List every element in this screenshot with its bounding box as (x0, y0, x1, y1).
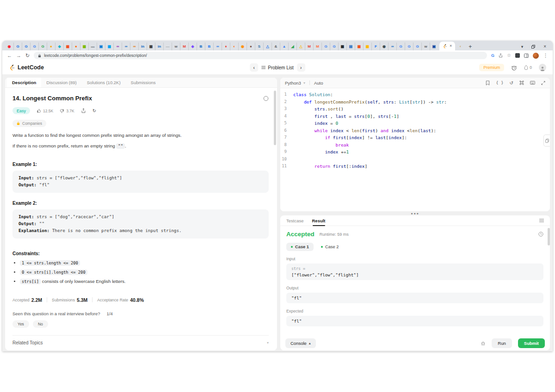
browser-tab[interactable]: in (138, 43, 147, 50)
console-toggle-button[interactable]: Console ▴ (285, 338, 316, 348)
survey-yes-button[interactable]: Yes (12, 320, 29, 328)
browser-tab[interactable]: ∞ (122, 43, 130, 50)
browser-tab[interactable]: ◐ (230, 43, 238, 50)
browser-tab[interactable]: M (313, 43, 321, 50)
tab-description[interactable]: Description (7, 78, 41, 87)
keyboard-icon[interactable] (530, 81, 535, 85)
back-icon[interactable]: ← (7, 53, 12, 58)
bookmark-icon[interactable] (486, 80, 490, 86)
result-scrollbar[interactable] (548, 228, 550, 245)
browser-tab[interactable]: ▣ (97, 43, 105, 50)
browser-tab[interactable]: G (22, 43, 30, 50)
partial-tab[interactable]: ‹ (456, 43, 464, 50)
reload-icon[interactable]: ↻ (25, 53, 30, 58)
streak-counter[interactable]: 0 (524, 65, 532, 70)
browser-tab[interactable]: ◉ (380, 43, 388, 50)
panel-resize-handle[interactable]: ●●● (280, 211, 550, 215)
dislike-button[interactable]: 3.7K (60, 109, 74, 113)
browser-tab[interactable]: B (197, 43, 205, 50)
browser-tab[interactable]: w (421, 43, 430, 50)
premium-button[interactable]: Premium (479, 64, 504, 71)
extension-icon[interactable] (515, 53, 520, 58)
run-button[interactable]: Run (492, 338, 512, 348)
browser-tab[interactable]: ▬ (88, 43, 97, 50)
browser-tab[interactable]: G (13, 43, 22, 50)
browser-tab[interactable]: ∞ (130, 43, 138, 50)
new-tab-button[interactable]: + (466, 43, 474, 50)
tab-discussion-89[interactable]: Discussion (89) (41, 78, 81, 87)
browser-tab[interactable]: ◢ (288, 43, 296, 50)
language-selector[interactable]: Python3 ▾ (285, 80, 305, 86)
favorite-share-icon[interactable] (81, 108, 86, 113)
browser-tab[interactable]: ● (72, 43, 80, 50)
browser-tab[interactable]: G (30, 43, 38, 50)
browser-tab[interactable]: M (305, 43, 313, 50)
share-icon[interactable] (499, 53, 503, 58)
browser-tab[interactable]: △ (263, 43, 271, 50)
next-problem-button[interactable]: › (297, 63, 305, 72)
description-scrollbar[interactable] (274, 91, 276, 145)
browser-tab[interactable]: ▣ (430, 43, 438, 50)
autocomplete-toggle[interactable]: Auto (314, 80, 323, 86)
url-field[interactable]: leetcode.com/problems/longest-common-pre… (34, 52, 487, 59)
debug-icon[interactable] (481, 341, 486, 346)
side-panel-icon[interactable] (524, 54, 529, 58)
output-box[interactable]: "fl" (286, 293, 543, 303)
browser-menu-icon[interactable]: ⋮ (543, 53, 548, 58)
difficulty-badge[interactable]: Easy (12, 107, 30, 114)
restore-window-icon[interactable] (531, 45, 535, 49)
google-icon[interactable]: G (491, 53, 494, 58)
timer-icon[interactable] (511, 65, 517, 71)
reset-code-icon[interactable]: ↺ (510, 80, 513, 86)
browser-tab[interactable]: ▦ (105, 43, 113, 50)
browser-tab[interactable]: & (271, 43, 280, 50)
tab-testcase[interactable]: Testcase (286, 215, 304, 226)
bookmark-star-icon[interactable]: ☆ (507, 53, 511, 58)
case-chip[interactable]: Case 2 (316, 243, 343, 251)
browser-tab[interactable]: ◆ (55, 43, 63, 50)
browser-tab[interactable]: ▩ (147, 43, 155, 50)
copy-code-button[interactable] (543, 135, 550, 147)
browser-tab[interactable]: ▤ (346, 43, 355, 50)
active-browser-tab[interactable]: × (439, 42, 455, 50)
submit-button[interactable]: Submit (518, 338, 545, 348)
companies-tag[interactable]: Companies (12, 120, 46, 127)
browser-tab[interactable]: G (396, 43, 405, 50)
browser-tab[interactable]: S (255, 43, 263, 50)
forward-icon[interactable]: → (16, 53, 21, 58)
browser-tab[interactable]: ▦ (363, 43, 371, 50)
hint-icon[interactable] (263, 96, 269, 101)
case-chip[interactable]: Case 1 (286, 243, 314, 251)
browser-tab[interactable]: — (163, 43, 172, 50)
prev-problem-button[interactable]: ‹ (250, 63, 258, 72)
leetcode-logo[interactable]: LeetCode (9, 64, 44, 71)
close-tab-icon[interactable]: × (450, 44, 452, 48)
tab-submissions[interactable]: Submissions (126, 78, 161, 87)
format-code-icon[interactable]: { } (496, 80, 503, 85)
refresh-icon[interactable]: ↻ (92, 108, 96, 113)
browser-tab[interactable]: ◆ (188, 43, 197, 50)
browser-tab[interactable]: ∞ (213, 43, 222, 50)
browser-tab[interactable]: G (405, 43, 413, 50)
browser-tab[interactable]: ∞ (388, 43, 396, 50)
browser-profile-avatar[interactable] (533, 53, 539, 59)
browser-tab[interactable]: ● (47, 43, 55, 50)
browser-tab[interactable]: w (172, 43, 180, 50)
browser-tab[interactable]: ● (247, 43, 255, 50)
browser-tab[interactable]: ▦ (80, 43, 88, 50)
fullscreen-icon[interactable] (541, 81, 545, 85)
browser-tab[interactable]: ▦ (355, 43, 363, 50)
input-box[interactable]: strs = ["flower","flow","flight"] (286, 263, 543, 280)
survey-no-button[interactable]: No (33, 320, 48, 328)
user-avatar[interactable] (539, 64, 546, 71)
related-topics-toggle[interactable]: Related Topics ▾ (12, 335, 269, 345)
browser-tab[interactable]: F (371, 43, 380, 50)
console-menu-icon[interactable] (539, 219, 544, 222)
browser-tab[interactable]: G (413, 43, 421, 50)
browser-tab[interactable]: △ (296, 43, 305, 50)
expected-box[interactable]: "fl" (286, 316, 543, 326)
shortcuts-icon[interactable] (519, 80, 524, 85)
like-button[interactable]: 12.5K (37, 109, 53, 113)
clock-icon[interactable] (538, 232, 543, 237)
browser-tab[interactable]: ▩ (338, 43, 346, 50)
